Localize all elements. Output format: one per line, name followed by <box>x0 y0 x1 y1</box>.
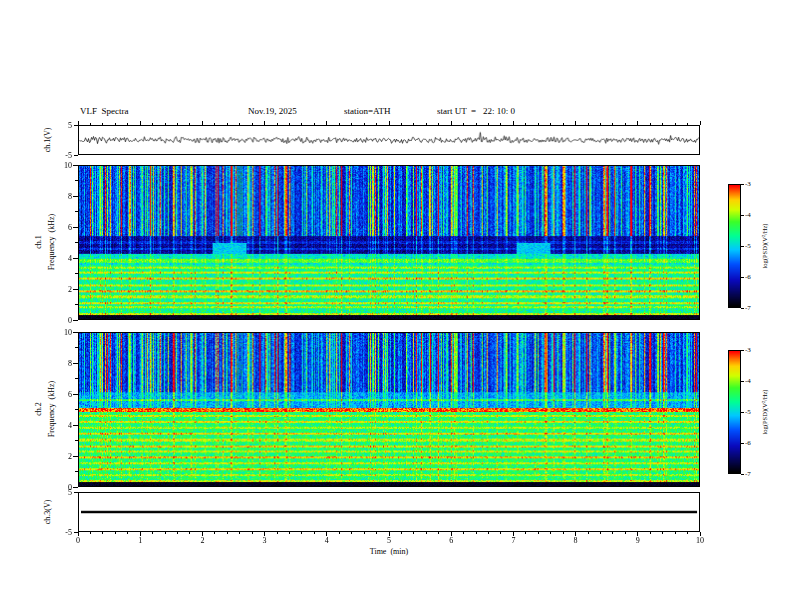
ch2-colorbar-tick-label: -6 <box>745 439 761 447</box>
time-tick-label: 2 <box>192 536 212 545</box>
ch2-colorbar-tick <box>741 350 744 351</box>
time-minor-tick <box>102 532 103 534</box>
time-minor-tick <box>525 532 526 534</box>
time-minor-tick-top <box>314 123 315 125</box>
time-minor-tick <box>277 532 278 534</box>
time-minor-tick <box>127 532 128 534</box>
ch2-freq-major-tick <box>73 363 78 364</box>
ch3-voltage-tick <box>74 532 78 533</box>
time-minor-tick <box>227 532 228 534</box>
ch1-freq-major-tick <box>73 320 78 321</box>
ch2-channel-label: ch.2 <box>34 402 43 416</box>
ch1-freq-tick-label: 10 <box>54 161 72 170</box>
ch1-colorbar-tick-label: -4 <box>745 211 761 219</box>
ch1-freq-minor-tick <box>75 242 78 243</box>
time-axis-label: Time (min) <box>370 547 408 556</box>
time-minor-tick <box>675 532 676 534</box>
time-minor-tick-top <box>488 123 489 125</box>
time-minor-tick-top <box>165 123 166 125</box>
vlf-spectra-figure: VLF Spectra Nov.19, 2025 station=ATH sta… <box>0 0 792 612</box>
ch1-colorbar-tick-label: -3 <box>745 180 761 188</box>
time-minor-tick <box>289 532 290 534</box>
ch1-channel-label: ch.1 <box>34 235 43 249</box>
ch3-voltage-axis-label: ch.3(V) <box>43 500 52 525</box>
ch2-colorbar-tick-label: -3 <box>745 346 761 354</box>
time-major-tick-top <box>202 121 203 125</box>
ch2-colorbar-tick <box>741 412 744 413</box>
ch2-freq-tick-label: 2 <box>54 452 72 461</box>
time-minor-tick <box>351 532 352 534</box>
time-minor-tick-top <box>612 123 613 125</box>
time-minor-tick-top <box>339 123 340 125</box>
time-tick-label: 7 <box>503 536 523 545</box>
time-minor-tick <box>476 532 477 534</box>
ch2-colorbar-tick <box>741 474 744 475</box>
time-minor-tick <box>252 532 253 534</box>
ch1-voltage-tick <box>74 125 78 126</box>
time-tick-label: 0 <box>68 536 88 545</box>
ch2-freq-tick-label: 10 <box>54 328 72 337</box>
ch1-spectrogram <box>79 166 699 319</box>
time-minor-tick-top <box>214 123 215 125</box>
time-tick-label: 4 <box>317 536 337 545</box>
ch2-colorbar-tick-label: -4 <box>745 377 761 385</box>
time-minor-tick-top <box>600 123 601 125</box>
ch2-colorbar-axis-label: log(PSD)(V²/Hz) <box>761 390 768 435</box>
ch2-freq-major-tick <box>73 332 78 333</box>
ch1-colorbar <box>728 184 741 308</box>
time-minor-tick <box>152 532 153 534</box>
ch1-colorbar-tick <box>741 308 744 309</box>
ch2-colorbar-gradient <box>729 351 740 473</box>
time-minor-tick <box>650 532 651 534</box>
time-minor-tick <box>563 532 564 534</box>
ch1-colorbar-tick-label: -7 <box>745 304 761 312</box>
ch2-colorbar-tick-label: -5 <box>745 408 761 416</box>
time-minor-tick-top <box>463 123 464 125</box>
ch1-colorbar-gradient <box>729 185 740 307</box>
time-minor-tick-top <box>476 123 477 125</box>
ch1-spectrogram-panel <box>78 165 700 320</box>
time-minor-tick-top <box>500 123 501 125</box>
time-minor-tick <box>115 532 116 534</box>
time-minor-tick <box>550 532 551 534</box>
time-minor-tick-top <box>426 123 427 125</box>
time-minor-tick <box>625 532 626 534</box>
ch1-freq-minor-tick <box>75 211 78 212</box>
time-tick-label: 3 <box>255 536 275 545</box>
ch1-colorbar-tick-label: -5 <box>745 242 761 250</box>
ch2-freq-major-tick <box>73 487 78 488</box>
time-tick-label: 10 <box>690 536 710 545</box>
time-minor-tick-top <box>351 123 352 125</box>
time-minor-tick-top <box>625 123 626 125</box>
time-tick-label: 8 <box>566 536 586 545</box>
time-minor-tick <box>376 532 377 534</box>
time-tick-label: 9 <box>628 536 648 545</box>
ch1-freq-minor-tick <box>75 180 78 181</box>
time-minor-tick <box>463 532 464 534</box>
time-minor-tick <box>438 532 439 534</box>
time-minor-tick-top <box>687 123 688 125</box>
time-minor-tick-top <box>662 123 663 125</box>
time-minor-tick <box>612 532 613 534</box>
time-minor-tick <box>426 532 427 534</box>
ch1-voltage-tick-label: -5 <box>54 151 72 160</box>
time-minor-tick <box>177 532 178 534</box>
time-minor-tick <box>500 532 501 534</box>
time-tick-label: 1 <box>130 536 150 545</box>
time-major-tick-top <box>700 121 701 125</box>
ch1-freq-minor-tick <box>75 304 78 305</box>
ch3-voltage-trace <box>79 493 699 531</box>
ch1-voltage-panel <box>78 125 700 155</box>
time-minor-tick <box>189 532 190 534</box>
ch2-freq-major-tick <box>73 456 78 457</box>
time-minor-tick-top <box>413 123 414 125</box>
time-minor-tick <box>301 532 302 534</box>
time-minor-tick-top <box>376 123 377 125</box>
time-minor-tick-top <box>364 123 365 125</box>
ch1-freq-major-tick <box>73 258 78 259</box>
time-minor-tick-top <box>177 123 178 125</box>
time-minor-tick <box>401 532 402 534</box>
ch1-voltage-tick <box>74 155 78 156</box>
time-major-tick-top <box>637 121 638 125</box>
ch1-freq-tick-label: 4 <box>54 254 72 263</box>
